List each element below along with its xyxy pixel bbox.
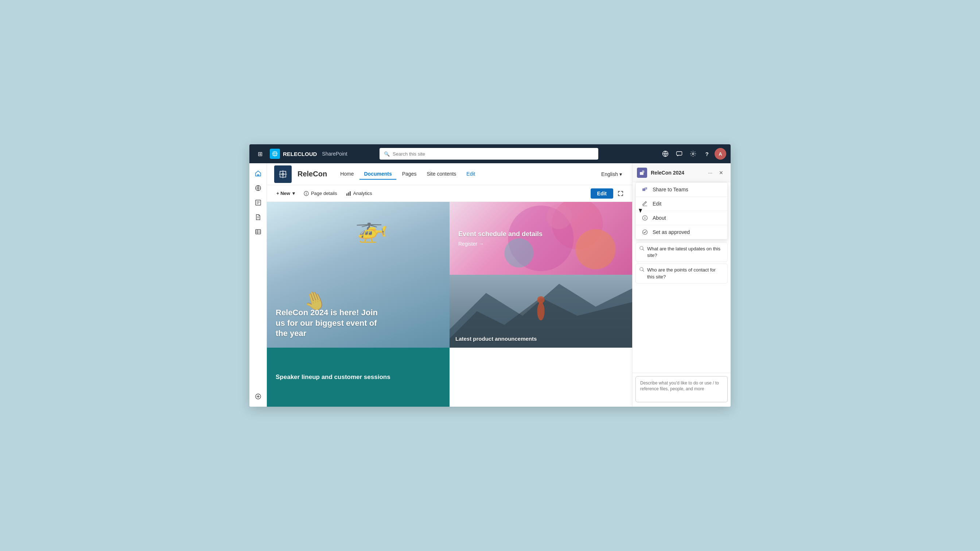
new-button-label: + New [276,191,290,196]
new-button[interactable]: + New ▾ [273,189,299,198]
svg-rect-6 [256,230,261,234]
hero-main-text: ReleCon 2024 is here! Join us for our bi… [275,308,378,339]
search-input[interactable] [393,151,594,157]
waffle-menu-button[interactable]: ⊞ [254,148,266,160]
sidebar-list-icon[interactable] [251,225,265,238]
about-item-icon [642,214,648,221]
edit-item-label: Edit [652,201,661,206]
page-details-icon [304,191,309,196]
svg-rect-12 [350,191,351,196]
register-link[interactable]: Register → [458,241,624,247]
translate-button[interactable] [659,148,671,160]
edit-item-icon [642,200,648,207]
hero-main-heading: ReleCon 2024 is here! Join us for our bi… [275,308,378,339]
page-toolbar: + New ▾ Page details Anal [267,185,632,202]
svg-rect-11 [348,192,349,196]
brand-name: RELECLOUD [283,151,317,157]
hero-event-text: Event schedule and details Register → [458,230,624,247]
page-details-button[interactable]: Page details [300,189,341,198]
hero-grid: 🚁 🤚 ReleCon 2024 is here! Join us for ou… [267,202,632,407]
top-bar-actions: ? A [659,148,726,160]
panel-teams-icon: T [637,168,647,178]
about-item[interactable]: About [636,211,727,225]
chat-button[interactable] [673,148,686,160]
drone-illustration: 🚁 [355,213,388,244]
settings-button[interactable] [687,148,699,160]
language-label: English [601,171,618,177]
sidebar-pages-icon[interactable] [251,196,265,209]
panel-header-actions: ··· ✕ [705,168,726,178]
edit-page-button[interactable]: Edit [590,188,613,198]
panel-more-button[interactable]: ··· [705,168,715,178]
sidebar-add-icon[interactable] [251,390,265,403]
hero-product-panel: Latest product announcements [450,275,632,348]
panel-close-button[interactable]: ✕ [716,168,726,178]
app-name-label: SharePoint [322,151,347,157]
hero-event-heading: Event schedule and details [458,230,624,238]
hero-speaker-heading: Speaker lineup and customer sessions [275,373,390,381]
about-item-label: About [652,215,666,221]
analytics-icon [346,191,351,196]
chat-input[interactable] [635,376,728,402]
nav-edit[interactable]: Edit [462,169,479,179]
main-area: ReleCon Home Documents Pages Site conten… [250,163,730,407]
panel-title: ReleCon 2024 [651,170,702,176]
site-navigation: Home Documents Pages Site contents Edit [336,169,479,179]
help-button[interactable]: ? [701,148,713,160]
expand-icon [618,191,623,196]
dropdown-menu: T Share to Teams Edit [635,182,728,240]
suggestion-search-icon-0 [640,246,644,252]
panel-header: T ReleCon 2024 ··· ✕ [633,163,730,182]
svg-point-31 [643,230,648,235]
hero-speaker-panel: Speaker lineup and customer sessions [267,348,450,407]
hero-event-panel: Event schedule and details Register → [450,202,632,275]
suggestion-text-0: What are the latest updates on this site… [647,246,724,259]
language-selector[interactable]: English ▾ [598,170,625,179]
analytics-label: Analytics [353,191,372,196]
search-icon: 🔍 [384,151,390,157]
content-area: ReleCon Home Documents Pages Site conten… [267,163,632,407]
svg-point-30 [644,216,645,217]
svg-text:T: T [643,171,643,173]
sidebar-globe-icon[interactable] [251,181,265,195]
set-as-approved-item[interactable]: Set as approved [636,225,727,239]
sidebar-home-icon[interactable] [251,167,265,180]
suggestion-item-0[interactable]: What are the latest updates on this site… [635,242,728,262]
nav-pages[interactable]: Pages [398,169,421,179]
svg-point-21 [537,302,544,320]
search-bar-container: 🔍 [380,148,598,160]
share-to-teams-icon: T [642,186,648,193]
svg-rect-3 [257,174,259,176]
site-header: ReleCon Home Documents Pages Site conten… [267,163,632,185]
set-as-approved-label: Set as approved [652,229,690,235]
edit-item[interactable]: Edit [636,197,727,211]
suggestion-text-1: Who are the points of contact for this s… [647,267,724,280]
share-to-teams-item[interactable]: T Share to Teams [636,183,727,197]
left-sidebar [250,163,267,407]
svg-rect-1 [676,152,682,155]
sidebar-doc-icon[interactable] [251,211,265,224]
hero-product-text: Latest product announcements [455,336,537,342]
brand-logo-icon [270,149,280,159]
svg-point-22 [537,296,544,303]
nav-site-contents[interactable]: Site contents [422,169,460,179]
nav-home[interactable]: Home [336,169,358,179]
user-avatar[interactable]: A [714,148,726,160]
hero-speaker-text: Speaker lineup and customer sessions [275,373,390,381]
svg-point-2 [692,153,694,155]
panel-more-icon: ··· [708,170,713,176]
svg-point-17 [547,204,572,229]
set-as-approved-icon [642,229,648,235]
language-chevron-icon: ▾ [619,171,622,177]
expand-button[interactable] [615,188,626,199]
right-panel: T ReleCon 2024 ··· ✕ [632,163,730,407]
suggestion-search-icon-1 [640,267,644,274]
new-chevron-icon: ▾ [293,191,295,196]
site-logo [274,165,292,183]
nav-documents[interactable]: Documents [360,169,396,179]
suggestion-item-1[interactable]: Who are the points of contact for this s… [635,264,728,283]
panel-close-icon: ✕ [719,170,723,176]
analytics-button[interactable]: Analytics [342,189,376,198]
site-title: ReleCon [298,170,327,178]
browser-window: ⊞ RELECLOUD SharePoint 🔍 [250,144,730,407]
